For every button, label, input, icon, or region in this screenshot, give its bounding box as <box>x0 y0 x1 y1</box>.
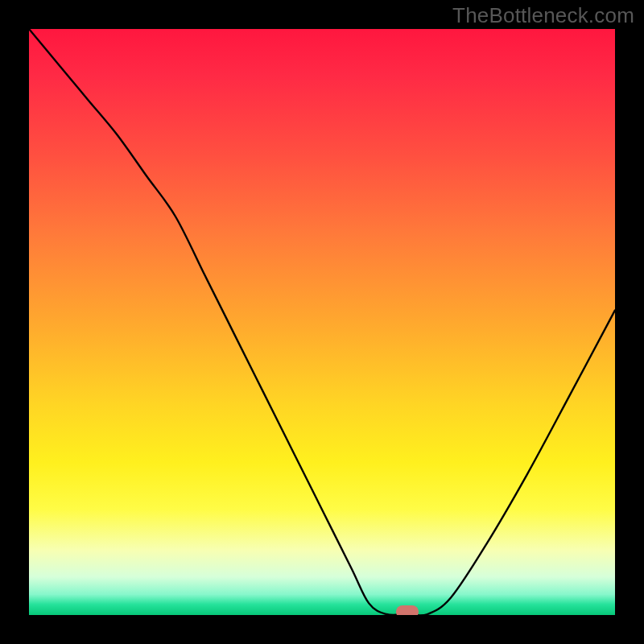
background-gradient <box>29 29 615 615</box>
chart-frame: TheBottleneck.com <box>0 0 644 644</box>
plot-area <box>29 29 615 615</box>
watermark-text: TheBottleneck.com <box>452 3 634 28</box>
